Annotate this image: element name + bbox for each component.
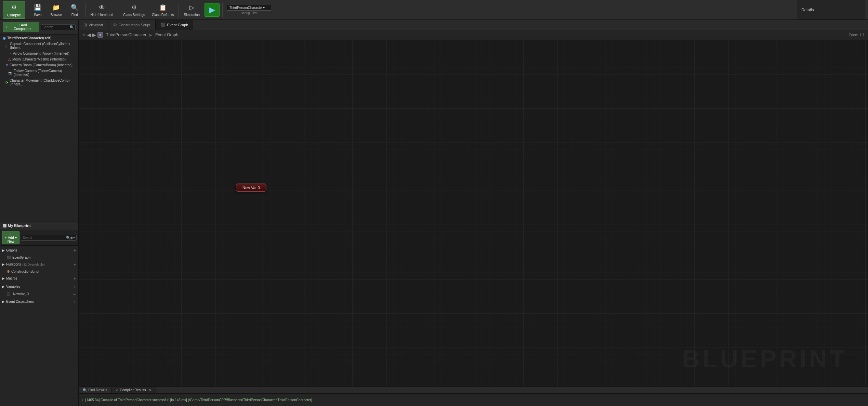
components-search-box: 🔍 <box>41 24 76 30</box>
search-icon: 🔍 <box>70 25 74 29</box>
components-search-input[interactable] <box>42 25 70 29</box>
bp-search-chevron-icon[interactable]: ▾ <box>73 236 75 240</box>
viewport-tab-icon: ⊞ <box>83 23 87 27</box>
list-item[interactable]: ⊕ Camera Boom (CameraBoom) (Inherited) <box>0 62 78 68</box>
class-settings-button[interactable]: ⚙ Class Settings <box>120 1 148 18</box>
graph-node-label: New Var 0 <box>242 186 260 190</box>
list-item[interactable]: ◉ ThirdPersonCharacter(self) <box>0 35 78 41</box>
variables-section-header[interactable]: ▶ Variables + <box>0 283 78 291</box>
construction-tab-icon: ⚙ <box>113 23 117 27</box>
divider-1 <box>27 3 27 17</box>
save-icon: 💾 <box>33 3 42 12</box>
variable-delete-icon[interactable]: – <box>73 292 76 297</box>
save-button[interactable]: 💾 Save <box>28 1 47 18</box>
list-item[interactable]: △ Mesh (CharacterMesh0) (Inherited) <box>0 56 78 62</box>
bp-search-box: 🔍 ◉ ▾ <box>21 235 77 241</box>
functions-triangle-icon: ▶ <box>2 262 5 266</box>
arrow-icon: → <box>8 52 12 55</box>
find-button[interactable]: 🔍 Find <box>65 1 84 18</box>
bottom-panel: 🔍 Find Results ✓ Compiler Results ✕ [146… <box>79 387 868 406</box>
add-new-dropdown-icon: ▾ <box>15 236 17 240</box>
blueprint-grid-icon: ▦ <box>3 223 6 228</box>
graph-canvas[interactable]: BLUEPRINT New Var 0 <box>79 40 868 387</box>
event-dispatchers-section-header[interactable]: ▶ Event Dispatchers + <box>0 298 78 306</box>
component-name: Mesh (CharacterMesh0) (Inherited) <box>12 57 66 61</box>
construction-script-name: ConstructionScript <box>11 270 39 273</box>
event-graph-name: EventGraph <box>12 256 30 259</box>
tab-construction-script[interactable]: ⚙ Construction Script <box>108 20 156 30</box>
macros-add-icon[interactable]: + <box>74 276 76 281</box>
list-item[interactable]: ⬡ Capsule Component (CollisionCylinder) … <box>0 41 78 51</box>
browse-icon: 📁 <box>51 3 61 12</box>
tab-viewport[interactable]: ⊞ Viewport <box>79 20 108 30</box>
my-blueprint-collapse-btn[interactable]: – <box>74 224 76 228</box>
debug-filter-area: Debug Filter <box>227 5 271 15</box>
list-item[interactable]: ⟳ Character Movement (CharMoveComp) (Inh… <box>0 78 78 87</box>
divider-4 <box>179 3 179 17</box>
functions-add-icon[interactable]: + <box>74 262 76 267</box>
class-breadcrumb[interactable]: ThirdPersonCharacter <box>104 32 148 38</box>
tab-event-graph[interactable]: ⬛ Event Graph <box>156 20 194 30</box>
list-item[interactable]: 📷 Follow Camera (FollowCamera) (Inherite… <box>0 68 78 78</box>
tab-compiler-results[interactable]: ✓ Compiler Results ✕ <box>112 387 156 393</box>
component-list: ◉ ThirdPersonCharacter(self) ⬡ Capsule C… <box>0 35 78 221</box>
add-new-icon: + <box>5 236 7 240</box>
bp-search-input[interactable] <box>23 236 66 240</box>
play-button[interactable]: ▶ <box>205 3 220 17</box>
my-blueprint-section: ▦ My Blueprint – + + Add New ▾ 🔍 ◉ ▾ <box>0 221 78 406</box>
hide-icon: 👁 <box>97 3 107 12</box>
graph-breadcrumb[interactable]: Event Graph <box>154 32 180 38</box>
right-area: ⊞ Viewport ⚙ Construction Script ⬛ Event… <box>79 20 868 406</box>
self-icon: ◉ <box>3 36 6 40</box>
list-item[interactable]: NewVar_0 – <box>0 291 78 298</box>
favorite-icon[interactable]: ☆ <box>82 32 86 37</box>
simulation-button[interactable]: ▷ Simulation <box>180 1 203 18</box>
play-icon: ▶ <box>209 5 215 14</box>
list-item[interactable]: ⚙ ConstructionScript <box>0 269 78 274</box>
graphs-section-header[interactable]: ▶ Graphs + <box>0 246 78 255</box>
browse-button[interactable]: 📁 Browse <box>47 1 65 18</box>
compile-button[interactable]: ⚙ Compile <box>3 1 25 19</box>
bp-search-filter-icon[interactable]: ◉ <box>70 236 73 240</box>
macros-section-header[interactable]: ▶ Macros + <box>0 274 78 283</box>
debug-filter-input[interactable] <box>227 5 271 11</box>
top-toolbar: ⚙ Compile 💾 Save 📁 Browse 🔍 Find 👁 Hide … <box>0 0 868 20</box>
compile-message: [1465.34] Compile of ThirdPersonCharacte… <box>79 394 868 406</box>
details-label: Details <box>801 8 814 12</box>
variables-add-icon[interactable]: + <box>74 284 76 289</box>
list-item[interactable]: → Arrow Component (Arrow) (Inherited) <box>0 51 78 56</box>
event-dispatchers-triangle-icon: ▶ <box>2 300 5 303</box>
my-blueprint-header: ▦ My Blueprint – <box>0 221 78 230</box>
graph-node-newvar0[interactable]: New Var 0 <box>236 184 266 192</box>
compiler-results-close-icon[interactable]: ✕ <box>149 388 152 392</box>
zoom-label: Zoom 1:1 <box>849 33 865 37</box>
event-graph-icon: ⬛ <box>7 256 11 259</box>
list-item[interactable]: ⬛ EventGraph <box>0 255 78 260</box>
functions-section-header[interactable]: ▶ Functions (32 Overridable) + <box>0 260 78 269</box>
boom-icon: ⊕ <box>5 63 8 67</box>
event-dispatchers-add-icon[interactable]: + <box>74 299 76 304</box>
mesh-icon: △ <box>8 57 11 61</box>
component-name: Camera Boom (CameraBoom) (Inherited) <box>10 63 73 67</box>
add-component-button[interactable]: + + Add Component <box>3 22 39 32</box>
hide-unrelated-button[interactable]: 👁 Hide Unrelated <box>87 1 117 18</box>
functions-section-title: ▶ Functions (32 Overridable) <box>2 262 44 266</box>
compile-label: Compile <box>7 13 21 17</box>
find-results-icon: 🔍 <box>83 388 87 392</box>
main-area: + + Add Component 🔍 ◉ ThirdPersonCharact… <box>0 20 868 406</box>
add-new-button[interactable]: + + Add New ▾ <box>2 231 19 244</box>
tab-find-results[interactable]: 🔍 Find Results <box>79 387 112 393</box>
back-button[interactable]: ◀ <box>87 32 91 38</box>
forward-button[interactable]: ▶ <box>92 32 96 38</box>
breadcrumb-separator: ▶ <box>149 33 152 37</box>
graphs-add-icon[interactable]: + <box>74 248 76 253</box>
camera-icon: 📷 <box>8 71 12 75</box>
left-panel: + + Add Component 🔍 ◉ ThirdPersonCharact… <box>0 20 79 406</box>
bp-toolbar: + + Add New ▾ 🔍 ◉ ▾ <box>0 230 78 246</box>
class-defaults-button[interactable]: 📋 Class Defaults <box>148 1 177 18</box>
construction-script-icon: ⚙ <box>7 270 10 273</box>
add-component-label: + Add Component <box>9 23 36 31</box>
my-blueprint-title: ▦ My Blueprint <box>3 223 31 228</box>
component-name: ThirdPersonCharacter(self) <box>7 36 51 40</box>
component-name: Arrow Component (Arrow) (Inherited) <box>13 52 69 55</box>
